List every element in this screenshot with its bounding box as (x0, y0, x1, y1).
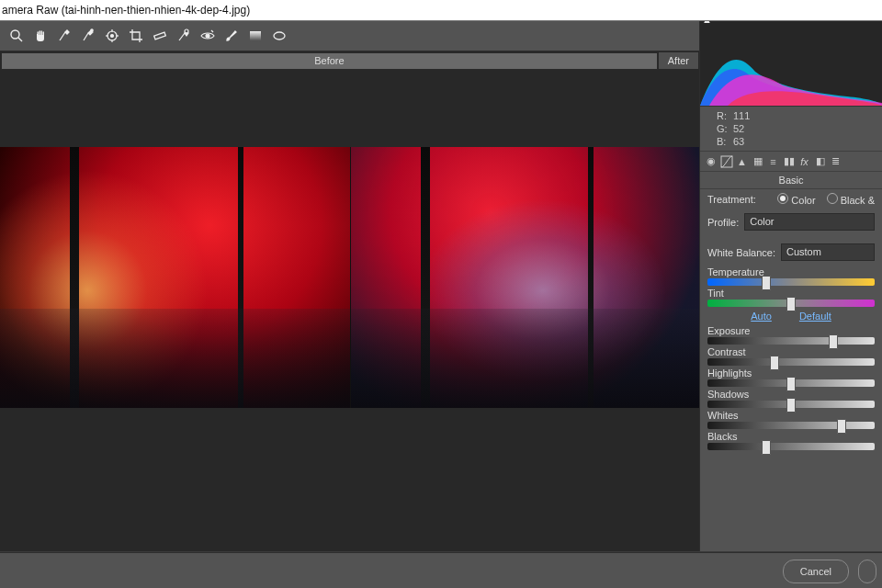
adjustment-brush-icon[interactable] (220, 25, 243, 47)
panel-tabs: ◉ ▲ ▦ ≡ ▮▮ fx ◧ ≣ (700, 152, 882, 172)
rgb-readout: R:111 G:52 B:63 (700, 107, 882, 152)
default-link[interactable]: Default (799, 311, 831, 322)
spot-removal-tool-icon[interactable] (173, 25, 195, 47)
curve-tab-icon[interactable] (719, 154, 733, 168)
treatment-bw-radio[interactable]: Black & (827, 193, 875, 206)
temperature-label: Temperature (707, 266, 875, 277)
svg-point-11 (206, 34, 209, 38)
panel-title: Basic (700, 172, 882, 189)
after-tab[interactable]: After (659, 52, 698, 69)
title-bar: amera Raw (tai-hinh-nen-thien-nhien-4k-d… (0, 0, 882, 20)
app-frame: Before After − + 12.5% ⌄ ▲ (0, 20, 882, 588)
tint-slider[interactable] (707, 300, 875, 307)
svg-point-0 (11, 30, 19, 39)
after-image[interactable] (350, 147, 701, 408)
treatment-color-radio[interactable]: Color (777, 193, 815, 206)
auto-link[interactable]: Auto (751, 311, 772, 322)
blacks-slider[interactable] (707, 443, 875, 450)
preview-area: Before After (0, 51, 700, 551)
hsl-tab-icon[interactable]: ▦ (751, 154, 764, 168)
histogram[interactable]: ▲ (700, 21, 882, 107)
svg-rect-9 (154, 32, 166, 40)
treatment-label: Treatment: (707, 194, 756, 205)
adjust-panel: ▲ R:111 G:52 B:63 ◉ ▲ ▦ ≡ ▮▮ fx ◧ ≣ Basi… (699, 21, 882, 551)
calibration-tab-icon[interactable]: ◧ (813, 154, 827, 168)
zoom-tool-icon[interactable] (6, 25, 28, 47)
white-balance-label: White Balance: (707, 247, 775, 258)
targeted-adjust-tool-icon[interactable] (101, 25, 123, 47)
before-tab[interactable]: Before (1, 52, 658, 70)
svg-point-4 (111, 35, 114, 38)
crop-tool-icon[interactable] (125, 25, 147, 47)
graduated-filter-icon[interactable] (244, 25, 266, 47)
dialog-buttons: Cancel (0, 552, 882, 588)
before-image[interactable] (0, 147, 350, 408)
done-button[interactable] (858, 560, 876, 583)
contrast-slider[interactable] (707, 358, 875, 366)
svg-line-1 (18, 38, 22, 41)
color-sampler-tool-icon[interactable] (77, 25, 99, 47)
svg-rect-13 (250, 31, 261, 40)
svg-point-2 (91, 29, 93, 31)
cancel-button[interactable]: Cancel (783, 560, 849, 583)
hand-tool-icon[interactable] (29, 25, 51, 47)
profile-select[interactable]: Color (744, 213, 875, 231)
white-balance-select[interactable]: Custom (781, 243, 875, 261)
straighten-tool-icon[interactable] (149, 25, 171, 47)
red-eye-tool-icon[interactable] (197, 25, 219, 47)
exposure-label: Exposure (707, 325, 875, 336)
temperature-slider[interactable] (707, 278, 875, 286)
exposure-slider[interactable] (707, 337, 875, 345)
white-balance-tool-icon[interactable] (53, 25, 75, 47)
whites-slider[interactable] (707, 422, 875, 429)
histogram-clip-marker-icon[interactable]: ▲ (702, 21, 712, 25)
shadows-slider[interactable] (707, 401, 875, 408)
profile-label: Profile: (707, 217, 739, 228)
svg-line-12 (211, 30, 213, 32)
presets-tab-icon[interactable]: ≣ (829, 154, 842, 168)
svg-point-14 (274, 32, 285, 40)
blacks-label: Blacks (707, 431, 875, 442)
split-tone-tab-icon[interactable]: ≡ (766, 154, 780, 168)
basic-tab-icon[interactable]: ◉ (704, 154, 718, 168)
contrast-label: Contrast (707, 346, 875, 357)
highlights-slider[interactable] (707, 379, 875, 387)
fx-tab-icon[interactable]: fx (797, 154, 811, 168)
radial-filter-icon[interactable] (268, 25, 290, 47)
detail-tab-icon[interactable]: ▲ (735, 154, 749, 168)
lens-tab-icon[interactable]: ▮▮ (782, 154, 796, 168)
